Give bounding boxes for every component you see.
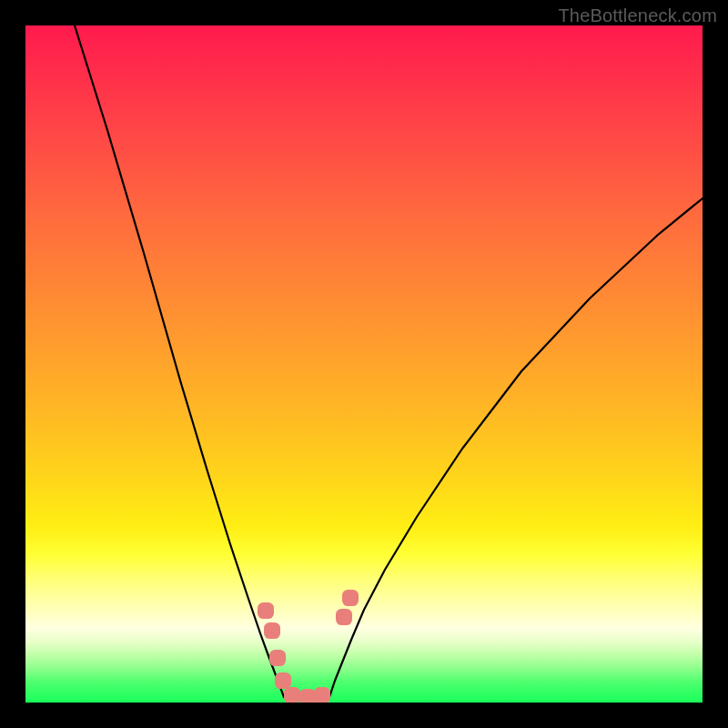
watermark-text: TheBottleneck.com bbox=[558, 5, 717, 26]
data-marker bbox=[314, 687, 330, 703]
data-marker bbox=[299, 689, 316, 703]
data-marker bbox=[258, 602, 274, 619]
series-right-curve bbox=[329, 198, 703, 697]
data-marker bbox=[284, 687, 300, 703]
data-marker bbox=[336, 609, 352, 625]
data-marker bbox=[264, 622, 280, 639]
data-marker bbox=[342, 590, 359, 606]
curves-layer bbox=[25, 25, 703, 703]
chart-frame: TheBottleneck.com bbox=[0, 0, 728, 728]
data-marker bbox=[275, 672, 291, 689]
plot-area bbox=[25, 25, 703, 703]
data-marker bbox=[269, 650, 286, 666]
series-left-curve bbox=[75, 25, 284, 697]
